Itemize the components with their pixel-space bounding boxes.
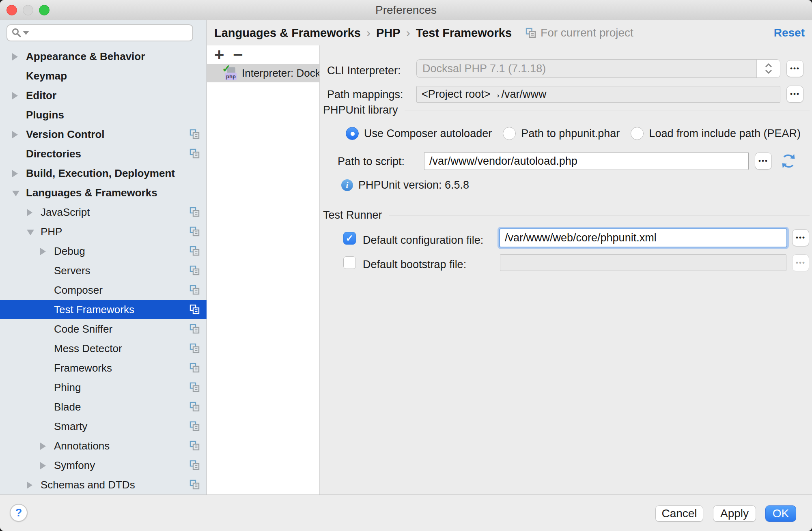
sidebar-item-servers[interactable]: Servers	[0, 261, 207, 280]
sidebar-item-label: Smarty	[54, 417, 87, 436]
default-configuration-field[interactable]: /var/www/web/core/phpunit.xml	[499, 228, 787, 247]
shared-settings-icon	[190, 207, 200, 217]
sidebar-item-label: PHP	[41, 222, 62, 241]
sidebar-item-frameworks[interactable]: Frameworks	[0, 358, 207, 378]
sidebar-item-smarty[interactable]: Smarty	[0, 417, 207, 436]
path-mappings-field[interactable]: <Project root>→/var/www	[416, 86, 780, 103]
refresh-icon[interactable]	[780, 153, 797, 170]
sidebar-item-schemas-and-dtds[interactable]: Schemas and DTDs	[0, 475, 207, 494]
sidebar-item-languages-frameworks[interactable]: Languages & Frameworks	[0, 183, 207, 202]
cancel-button[interactable]: Cancel	[655, 505, 703, 522]
sidebar-item-label: Appearance & Behavior	[26, 47, 145, 66]
interpreter-item-label: Interpreter: Dock	[242, 67, 319, 80]
sidebar-item-mess-detector[interactable]: Mess Detector	[0, 339, 207, 358]
test-runner-section-header: Test Runner	[323, 209, 810, 221]
sidebar-item-blade[interactable]: Blade	[0, 397, 207, 417]
disclosure-collapsed-icon[interactable]	[12, 170, 18, 177]
php-badge: php	[225, 73, 237, 80]
default-bootstrap-checkbox[interactable]	[343, 256, 356, 269]
disclosure-collapsed-icon[interactable]	[27, 209, 32, 216]
path-to-script-label: Path to script:	[338, 155, 405, 168]
default-bootstrap-field[interactable]	[500, 254, 786, 271]
sidebar-item-editor[interactable]: Editor	[0, 86, 207, 105]
sidebar-item-build-execution-deployment[interactable]: Build, Execution, Deployment	[0, 163, 207, 183]
sidebar-item-javascript[interactable]: JavaScript	[0, 202, 207, 222]
reset-link[interactable]: Reset	[774, 26, 805, 39]
default-bootstrap-browse-button[interactable]: •••	[792, 254, 809, 271]
sidebar-item-label: Phing	[54, 378, 81, 397]
disclosure-collapsed-icon[interactable]	[27, 482, 32, 489]
shared-settings-icon	[526, 28, 536, 39]
apply-button[interactable]: Apply	[713, 505, 756, 522]
ok-button[interactable]: OK	[765, 505, 796, 522]
default-bootstrap-label: Default bootstrap file:	[363, 258, 466, 271]
sidebar-item-label: Composer	[54, 280, 103, 300]
phpunit-source-radio-group: Use Composer autoloader Path to phpunit.…	[346, 127, 812, 140]
search-field[interactable]	[6, 24, 193, 41]
radio-use-composer-autoloader[interactable]: Use Composer autoloader	[346, 127, 492, 140]
phpunit-version-info: i PHPUnit version: 6.5.8	[341, 179, 469, 191]
sidebar-item-annotations[interactable]: Annotations	[0, 436, 207, 456]
shared-settings-icon	[190, 479, 200, 490]
disclosure-collapsed-icon[interactable]	[40, 462, 46, 469]
sidebar-item-composer[interactable]: Composer	[0, 280, 207, 300]
shared-settings-icon	[190, 265, 200, 276]
disclosure-expanded-icon[interactable]	[27, 230, 34, 235]
help-button[interactable]: ?	[10, 504, 28, 522]
php-file-icon: ✓ php	[222, 65, 238, 82]
search-options-caret-icon[interactable]	[23, 31, 29, 35]
interpreters-toolbar: + −	[207, 45, 319, 64]
default-configuration-checkbox[interactable]: ✓	[343, 232, 356, 245]
radio-load-from-include-path-pear[interactable]: Load from include path (PEAR)	[631, 127, 801, 140]
path-to-script-field[interactable]: /var/www/vendor/autoload.php	[424, 152, 749, 170]
shared-settings-icon	[190, 460, 200, 471]
radio-circle-icon[interactable]	[631, 127, 644, 140]
window-title: Preferences	[0, 0, 812, 20]
cli-interpreter-combobox[interactable]: Docksal PHP 7.1 (7.1.18)	[416, 59, 780, 78]
sidebar-item-keymap[interactable]: Keymap	[0, 66, 207, 86]
cli-interpreter-label: CLI Interpreter:	[327, 64, 401, 77]
default-configuration-browse-button[interactable]: •••	[792, 229, 809, 246]
path-mappings-browse-button[interactable]: •••	[786, 86, 803, 103]
shared-settings-icon	[190, 343, 200, 354]
sidebar-item-symfony[interactable]: Symfony	[0, 456, 207, 475]
sidebar-item-plugins[interactable]: Plugins	[0, 105, 207, 125]
sidebar-item-appearance-behavior[interactable]: Appearance & Behavior	[0, 47, 207, 66]
shared-settings-icon	[190, 421, 200, 432]
test-runner-title: Test Runner	[323, 209, 382, 221]
sidebar-item-label: JavaScript	[41, 202, 90, 222]
interpreter-list-item[interactable]: ✓ php Interpreter: Dock	[207, 64, 319, 82]
sidebar-item-directories[interactable]: Directories	[0, 144, 207, 163]
radio-path-to-phpunit-phar[interactable]: Path to phpunit.phar	[503, 127, 620, 140]
search-input[interactable]	[32, 26, 188, 40]
sidebar-item-php[interactable]: PHP	[0, 222, 207, 241]
radio-circle-icon[interactable]	[503, 127, 516, 140]
cli-interpreter-browse-button[interactable]: •••	[786, 60, 803, 77]
stepper-chevrons-icon[interactable]	[756, 60, 780, 77]
disclosure-collapsed-icon[interactable]	[40, 443, 46, 450]
disclosure-collapsed-icon[interactable]	[12, 92, 18, 99]
preferences-window: Preferences Appearance & BehaviorKeymapE…	[0, 0, 812, 531]
sidebar-item-debug[interactable]: Debug	[0, 241, 207, 261]
sidebar-item-code-sniffer[interactable]: Code Sniffer	[0, 319, 207, 339]
test-frameworks-settings: CLI Interpreter: Docksal PHP 7.1 (7.1.18…	[321, 45, 812, 494]
sidebar-item-label: Version Control	[26, 125, 105, 144]
path-to-script-browse-button[interactable]: •••	[755, 153, 772, 170]
sidebar-item-label: Symfony	[54, 456, 95, 475]
disclosure-collapsed-icon[interactable]	[12, 131, 18, 138]
search-icon	[11, 28, 22, 38]
add-interpreter-button[interactable]: +	[214, 47, 233, 63]
sidebar-item-test-frameworks[interactable]: Test Frameworks	[0, 300, 207, 319]
shared-settings-icon	[190, 402, 200, 412]
disclosure-collapsed-icon[interactable]	[40, 248, 46, 255]
breadcrumb-php: PHP	[376, 26, 401, 40]
remove-interpreter-button[interactable]: −	[233, 47, 252, 63]
sidebar-item-version-control[interactable]: Version Control	[0, 125, 207, 144]
breadcrumb-test-frameworks: Test Frameworks	[416, 26, 512, 40]
settings-tree: Appearance & BehaviorKeymapEditorPlugins…	[0, 47, 207, 494]
settings-sidebar: Appearance & BehaviorKeymapEditorPlugins…	[0, 20, 207, 494]
disclosure-collapsed-icon[interactable]	[12, 53, 18, 60]
radio-circle-icon[interactable]	[346, 127, 359, 140]
disclosure-expanded-icon[interactable]	[12, 191, 19, 196]
sidebar-item-phing[interactable]: Phing	[0, 378, 207, 397]
